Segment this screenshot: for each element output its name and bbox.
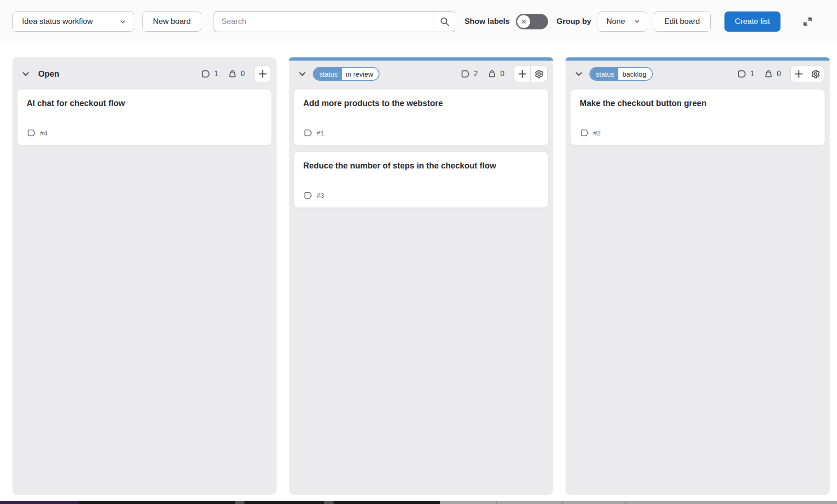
weight-count: 0: [241, 70, 245, 78]
column-actions: [514, 66, 548, 82]
collapse-column-button[interactable]: [295, 67, 309, 81]
group-by-label: Group by: [556, 17, 591, 26]
list-settings-button[interactable]: [531, 66, 548, 82]
board-column: status backlog 1 0: [566, 57, 830, 495]
column-cards: Make the checkout button green #2: [566, 86, 830, 150]
board-column: Open 1 0: [12, 57, 277, 495]
create-list-button[interactable]: Create list: [724, 11, 781, 32]
column-counters: 2 0: [460, 69, 504, 79]
add-issue-button[interactable]: [254, 66, 271, 82]
column-header: status backlog 1 0: [566, 61, 830, 86]
board-toolbar: Idea status workflow New board Show labe…: [0, 0, 837, 43]
issue-card[interactable]: Add more products to the webstore #1: [294, 89, 549, 146]
column-header: status in review 2 0: [289, 61, 553, 86]
issues-count: 1: [750, 70, 754, 78]
label-value: in review: [342, 68, 379, 80]
issue-card-title: AI chat for checkout flow: [27, 98, 262, 116]
issue-type-icon: [303, 190, 313, 200]
issue-card-footer: #1: [303, 128, 539, 138]
column-cards: Add more products to the webstore #1 Red…: [289, 86, 553, 213]
issues-count-icon: [460, 69, 470, 79]
expand-icon: [802, 16, 814, 28]
issues-count-icon: [201, 69, 211, 79]
label-value: backlog: [618, 68, 652, 80]
column-header: Open 1 0: [12, 61, 277, 86]
show-labels-label: Show labels: [464, 17, 509, 26]
column-accent-bar: [289, 57, 553, 61]
issue-type-icon: [27, 128, 36, 138]
chevron-down-icon: [574, 69, 584, 79]
collapse-column-button[interactable]: [19, 67, 33, 81]
column-scoped-label: status in review: [313, 67, 379, 81]
weight-count: 0: [777, 70, 781, 78]
board-columns: Open 1 0: [0, 43, 837, 495]
issue-card-title: Make the checkout button green: [580, 98, 815, 116]
issue-card-footer: #4: [27, 128, 262, 138]
collapse-column-button[interactable]: [572, 67, 586, 81]
gear-icon: [810, 69, 821, 79]
issue-id: #2: [593, 129, 601, 137]
issue-card-footer: #2: [580, 128, 815, 138]
edit-board-button[interactable]: Edit board: [654, 11, 711, 32]
toggle-knob: [517, 15, 530, 28]
taskbar-segment: [324, 501, 334, 504]
board-switcher-label: Idea status workflow: [22, 17, 93, 26]
plus-icon: [517, 68, 528, 79]
issue-id: #4: [40, 129, 48, 137]
column-actions: [790, 66, 824, 82]
chevron-down-icon: [297, 69, 307, 79]
group-by-dropdown[interactable]: None: [598, 11, 647, 32]
issue-id: #3: [317, 191, 324, 199]
issues-count: 1: [214, 70, 218, 78]
taskbar-segment: [496, 501, 497, 504]
board-switcher-dropdown[interactable]: Idea status workflow: [12, 11, 134, 32]
chevron-down-icon: [633, 18, 640, 25]
column-actions: [254, 66, 271, 82]
show-labels-toggle[interactable]: [516, 14, 548, 29]
search-input[interactable]: [214, 11, 434, 32]
search-button[interactable]: [434, 11, 455, 32]
issue-id: #1: [317, 129, 324, 137]
column-counters: 1 0: [201, 69, 245, 79]
weight-count: 0: [500, 70, 504, 78]
taskbar-segment: [562, 501, 563, 504]
chevron-down-icon: [119, 18, 126, 25]
weight-icon: [227, 69, 238, 79]
column-scoped-label: status backlog: [589, 67, 653, 81]
issue-card-title: Add more products to the webstore: [303, 98, 539, 116]
search-icon: [440, 17, 450, 27]
issue-card[interactable]: Reduce the number of steps in the checko…: [294, 151, 549, 208]
chevron-down-icon: [21, 69, 31, 79]
label-scope: status: [314, 68, 342, 80]
add-issue-button[interactable]: [514, 66, 531, 82]
issue-type-icon: [303, 128, 313, 138]
plus-icon: [793, 68, 804, 79]
taskbar-edge-strip: [0, 501, 837, 504]
add-issue-button[interactable]: [790, 66, 807, 82]
column-accent-bar: [566, 57, 830, 61]
issue-card-footer: #3: [303, 190, 539, 200]
issues-count: 2: [474, 70, 478, 78]
taskbar-segment: [235, 501, 244, 504]
issues-count-icon: [737, 69, 747, 79]
label-scope: status: [590, 68, 618, 80]
column-counters: 1 0: [737, 69, 781, 79]
board-column: status in review 2 0: [289, 57, 553, 495]
taskbar-segment: [440, 501, 837, 504]
new-board-button[interactable]: New board: [142, 11, 201, 32]
taskbar-segment: [79, 501, 440, 504]
list-settings-button[interactable]: [807, 66, 824, 82]
issue-card[interactable]: Make the checkout button green #2: [570, 89, 825, 146]
expand-board-button[interactable]: [800, 14, 815, 29]
column-title: Open: [38, 69, 59, 79]
plus-icon: [257, 68, 268, 79]
column-accent-bar: [12, 57, 277, 61]
group-by-value: None: [606, 17, 625, 26]
issue-type-icon: [580, 128, 589, 138]
weight-icon: [763, 69, 774, 79]
issue-card[interactable]: AI chat for checkout flow #4: [17, 89, 272, 146]
issue-card-title: Reduce the number of steps in the checko…: [303, 161, 539, 178]
toggle-off-x-icon: [520, 17, 528, 26]
search-box: [214, 11, 455, 32]
weight-icon: [487, 69, 497, 79]
